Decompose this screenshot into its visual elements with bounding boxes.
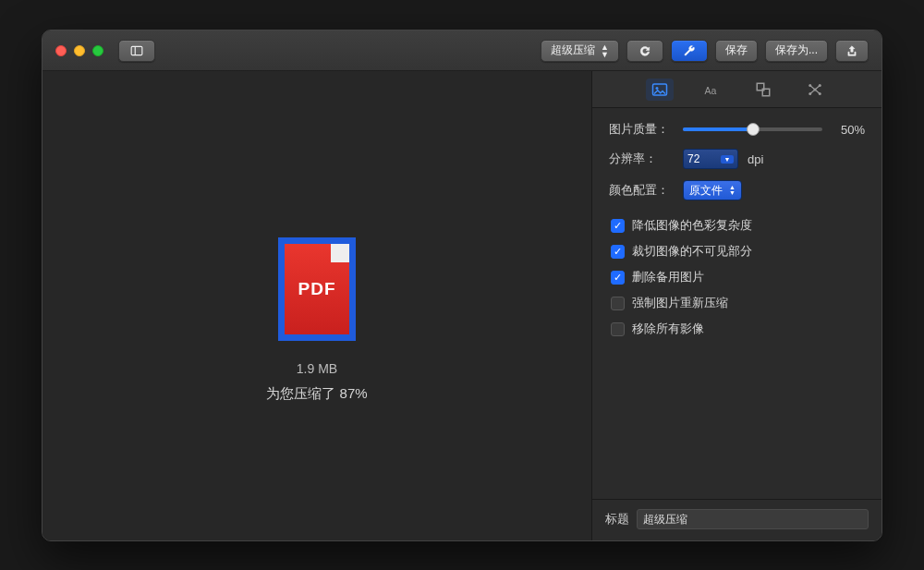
traffic-lights — [55, 45, 103, 56]
redo-button[interactable] — [626, 40, 663, 62]
color-profile-value: 原文件 — [689, 183, 723, 199]
save-button[interactable]: 保存 — [715, 40, 758, 62]
compression-ratio-text: 为您压缩了 87% — [266, 385, 367, 403]
image-icon — [650, 81, 669, 98]
panel-footer: 标题 — [592, 499, 881, 540]
checkbox-icon — [611, 322, 625, 336]
share-icon — [845, 44, 858, 57]
color-profile-label: 颜色配置： — [609, 182, 674, 199]
compression-mode-label: 超级压缩 — [551, 42, 595, 58]
chevron-up-down-icon: ▲▼ — [601, 43, 609, 58]
checkbox-label: 裁切图像的不可见部分 — [632, 243, 752, 260]
resolution-unit: dpi — [748, 152, 763, 166]
checkbox-icon: ✓ — [611, 271, 625, 285]
checkbox-icon: ✓ — [611, 219, 625, 233]
title-field-label: 标题 — [605, 511, 629, 528]
resolution-row: 分辨率： 72 ▼ dpi — [609, 149, 865, 169]
title-input[interactable] — [637, 509, 869, 529]
checkbox-label: 降低图像的色彩复杂度 — [632, 217, 752, 234]
app-window: 超级压缩 ▲▼ 保存 保存为... PDF 1.9 MB — [42, 30, 882, 541]
tab-objects[interactable] — [749, 79, 777, 101]
checkbox-label: 删除备用图片 — [632, 269, 704, 285]
save-as-label: 保存为... — [775, 42, 818, 58]
window-toolbar: 超级压缩 ▲▼ 保存 保存为... — [43, 30, 881, 71]
checkbox-crop-invisible[interactable]: ✓ 裁切图像的不可见部分 — [611, 243, 865, 260]
share-button[interactable] — [835, 40, 869, 62]
sidebar-icon — [130, 44, 143, 57]
text-icon: Aa — [702, 81, 721, 98]
color-profile-row: 颜色配置： 原文件 ▲▼ — [609, 180, 865, 200]
file-size-text: 1.9 MB — [297, 361, 337, 376]
checkbox-label: 移除所有影像 — [632, 321, 704, 337]
compression-mode-dropdown[interactable]: 超级压缩 ▲▼ — [541, 40, 619, 62]
svg-point-3 — [655, 87, 658, 90]
settings-panel: Aa 图片质量： 50% — [591, 71, 881, 540]
sidebar-toggle-button[interactable] — [118, 40, 155, 62]
checkbox-remove-all-images[interactable]: 移除所有影像 — [611, 321, 865, 337]
image-quality-slider[interactable] — [683, 127, 822, 131]
panel-tabs: Aa — [592, 71, 881, 108]
tab-advanced[interactable] — [801, 79, 829, 101]
wrench-icon — [683, 44, 696, 57]
color-profile-select[interactable]: 原文件 ▲▼ — [683, 180, 742, 200]
save-label: 保存 — [725, 42, 748, 58]
resolution-value: 72 — [687, 152, 699, 165]
checkbox-group: ✓ 降低图像的色彩复杂度 ✓ 裁切图像的不可见部分 ✓ 删除备用图片 强制图片重… — [609, 217, 865, 337]
pdf-file-icon[interactable]: PDF — [278, 237, 356, 341]
checkbox-label: 强制图片重新压缩 — [632, 295, 728, 311]
network-icon — [806, 81, 824, 98]
panel-body: 图片质量： 50% 分辨率： 72 ▼ dpi 颜色配置 — [592, 108, 881, 346]
shapes-icon — [754, 81, 772, 98]
resolution-select[interactable]: 72 ▼ — [683, 149, 738, 169]
file-type-label: PDF — [298, 279, 336, 299]
zoom-window-button[interactable] — [92, 45, 103, 56]
tab-fonts[interactable]: Aa — [698, 79, 725, 101]
checkbox-reduce-color-complexity[interactable]: ✓ 降低图像的色彩复杂度 — [611, 217, 865, 234]
chevron-down-icon: ▼ — [721, 155, 734, 164]
image-quality-value: 50% — [832, 123, 865, 137]
chevron-up-down-icon: ▲▼ — [729, 185, 736, 196]
save-as-button[interactable]: 保存为... — [765, 40, 828, 62]
content-area: PDF 1.9 MB 为您压缩了 87% Aa — [43, 71, 881, 540]
redo-icon — [638, 44, 651, 57]
checkbox-force-recompress[interactable]: 强制图片重新压缩 — [611, 295, 865, 311]
tools-button[interactable] — [671, 40, 708, 62]
page-fold-icon — [331, 244, 349, 262]
svg-text:Aa: Aa — [704, 84, 716, 95]
image-quality-row: 图片质量： 50% — [609, 121, 865, 138]
checkbox-icon — [611, 297, 625, 310]
checkbox-delete-alt-images[interactable]: ✓ 删除备用图片 — [611, 269, 865, 285]
slider-thumb[interactable] — [747, 123, 760, 136]
minimize-window-button[interactable] — [74, 45, 85, 56]
tab-image[interactable] — [646, 79, 674, 101]
image-quality-label: 图片质量： — [609, 121, 674, 138]
preview-area: PDF 1.9 MB 为您压缩了 87% — [43, 71, 591, 540]
resolution-label: 分辨率： — [609, 151, 674, 167]
checkbox-icon: ✓ — [611, 245, 625, 259]
close-window-button[interactable] — [55, 45, 67, 56]
svg-rect-0 — [131, 46, 142, 55]
